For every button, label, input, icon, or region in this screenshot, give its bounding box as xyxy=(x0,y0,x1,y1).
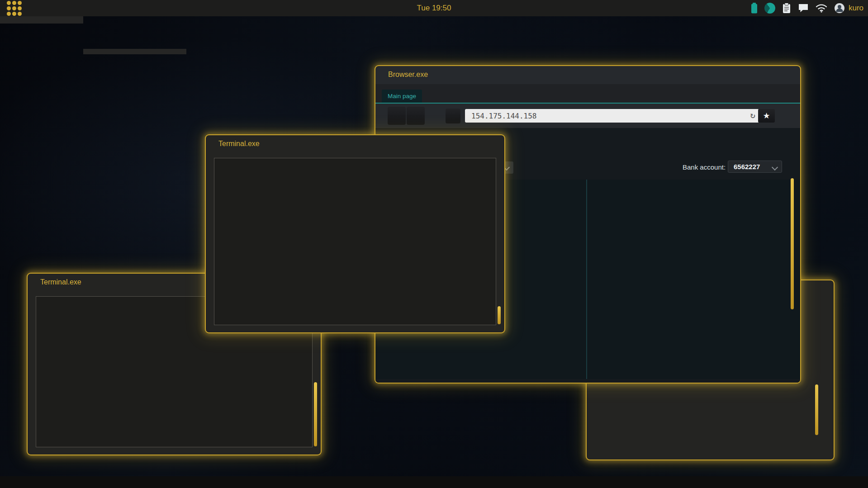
chevron-down-icon xyxy=(772,164,778,171)
terminal-body[interactable] xyxy=(214,158,496,325)
user-avatar-icon[interactable] xyxy=(834,3,845,14)
storage-pie-icon[interactable] xyxy=(764,3,775,14)
username-label: kuro xyxy=(849,4,868,13)
taskbar xyxy=(0,476,868,488)
bank-account-label: Bank account: xyxy=(683,163,726,171)
back-button[interactable] xyxy=(388,107,406,125)
system-tray xyxy=(751,3,849,14)
system-menu xyxy=(0,16,83,24)
terminal-window-center: Terminal.exe xyxy=(205,134,505,333)
favorite-button[interactable]: ★ xyxy=(758,109,775,123)
address-bar[interactable]: 154.175.144.158 ↻ xyxy=(465,109,759,123)
browser-pagetab-strip: Main page xyxy=(375,84,800,104)
browser-nav-row: 154.175.144.158 ↻ ★ xyxy=(375,104,800,128)
topbar: Tue 19:50 kuro xyxy=(0,0,868,16)
window-title: Terminal.exe xyxy=(40,278,81,286)
column-divider xyxy=(586,180,587,379)
programs-submenu xyxy=(83,49,186,54)
apps-menu-button[interactable] xyxy=(0,0,28,16)
file-explorer-scrollbar[interactable] xyxy=(815,384,818,435)
wifi-icon[interactable] xyxy=(816,4,827,13)
terminal-scrollbar[interactable] xyxy=(498,306,501,324)
forward-button[interactable] xyxy=(407,107,425,125)
window-title: Terminal.exe xyxy=(218,140,260,148)
star-icon: ★ xyxy=(763,111,770,121)
clipboard-icon[interactable] xyxy=(782,3,791,14)
bank-account-value: 6562227 xyxy=(734,163,760,171)
reload-icon[interactable]: ↻ xyxy=(750,110,755,120)
window-title: Browser.exe xyxy=(388,71,428,79)
terminal-scrollbar[interactable] xyxy=(314,382,317,446)
clock: Tue 19:50 xyxy=(417,4,451,13)
battery-icon[interactable] xyxy=(751,3,758,14)
browser-titlebar[interactable]: Browser.exe xyxy=(375,66,800,83)
browser-scrollbar[interactable] xyxy=(791,178,794,309)
home-button[interactable] xyxy=(446,109,460,123)
page-tab-main-page[interactable]: Main page xyxy=(382,90,422,103)
chat-bubble-icon[interactable] xyxy=(798,3,809,13)
bank-account-dropdown[interactable]: 6562227 xyxy=(728,161,782,173)
address-text: 154.175.144.158 xyxy=(471,112,537,120)
terminal-titlebar[interactable]: Terminal.exe xyxy=(206,135,504,152)
apps-grid-icon xyxy=(7,1,22,16)
